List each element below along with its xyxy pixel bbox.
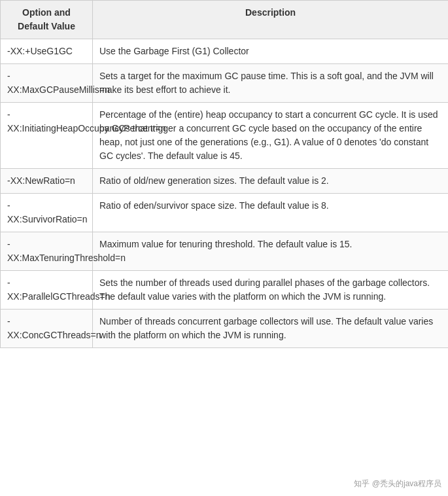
cell-description: Ratio of eden/survivor space size. The d… [93, 194, 449, 232]
table-row: -XX:NewRatio=nRatio of old/new generatio… [1, 169, 449, 194]
cell-option: -XX:MaxGCPauseMillis=n [1, 64, 93, 103]
cell-description: Number of threads concurrent garbage col… [93, 310, 449, 348]
table-row: -XX:+UseG1GCUse the Garbage First (G1) C… [1, 39, 449, 64]
cell-description: Use the Garbage First (G1) Collector [93, 39, 449, 64]
cell-option: -XX:+UseG1GC [1, 39, 93, 64]
cell-description: Maximum value for tenuring threshold. Th… [93, 232, 449, 271]
cell-description: Ratio of old/new generation sizes. The d… [93, 169, 449, 194]
cell-option: -XX:MaxTenuringThreshold=n [1, 232, 93, 271]
table-row: -XX:SurvivorRatio=nRatio of eden/survivo… [1, 194, 449, 232]
table-row: -XX:MaxGCPauseMillis=nSets a target for … [1, 64, 449, 103]
cell-description: Percentage of the (entire) heap occupanc… [93, 103, 449, 169]
cell-option: -XX:SurvivorRatio=n [1, 194, 93, 232]
column-header-description: Description [93, 1, 449, 39]
cell-option: -XX:NewRatio=n [1, 169, 93, 194]
cell-description: Sets a target for the maximum GC pause t… [93, 64, 449, 103]
table-row: -XX:ConcGCThreads=nNumber of threads con… [1, 310, 449, 348]
table-row: -XX:MaxTenuringThreshold=nMaximum value … [1, 232, 449, 271]
cell-option: -XX:ParallelGCThreads=n [1, 271, 93, 310]
column-header-option: Option and Default Value [1, 1, 93, 39]
cell-description: Sets the number of threads used during p… [93, 271, 449, 310]
table-header-row: Option and Default Value Description [1, 1, 449, 39]
cell-option: -XX:InitiatingHeapOccupancyPercent=n [1, 103, 93, 169]
table-row: -XX:InitiatingHeapOccupancyPercent=nPerc… [1, 103, 449, 169]
table-row: -XX:ParallelGCThreads=nSets the number o… [1, 271, 449, 310]
cell-option: -XX:ConcGCThreads=n [1, 310, 93, 348]
